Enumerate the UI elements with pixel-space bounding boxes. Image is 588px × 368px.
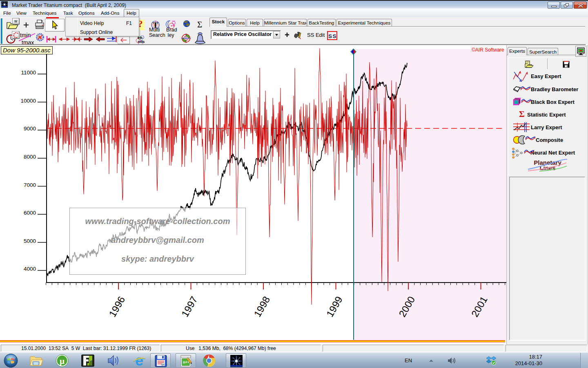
svg-text:5000: 5000 (24, 238, 36, 244)
svg-text:1997: 1997 (179, 294, 200, 319)
svg-text:64: 64 (161, 363, 165, 366)
svg-text:8000: 8000 (24, 154, 36, 160)
svg-text:1996: 1996 (107, 294, 127, 319)
svg-text:6000: 6000 (24, 210, 36, 216)
svg-text:2000: 2000 (396, 294, 417, 319)
svg-text:10000: 10000 (20, 98, 36, 104)
svg-text:2001: 2001 (469, 294, 490, 319)
svg-text:9000: 9000 (24, 126, 36, 132)
svg-text:ods: ods (138, 39, 145, 44)
svg-text:11000: 11000 (21, 70, 36, 76)
svg-text:μ: μ (60, 356, 65, 366)
svg-text:7000: 7000 (24, 182, 36, 188)
svg-text:1998: 1998 (252, 294, 272, 319)
svg-text:4000: 4000 (24, 266, 36, 272)
svg-text:e: e (135, 354, 143, 368)
svg-text:1999: 1999 (324, 294, 345, 319)
